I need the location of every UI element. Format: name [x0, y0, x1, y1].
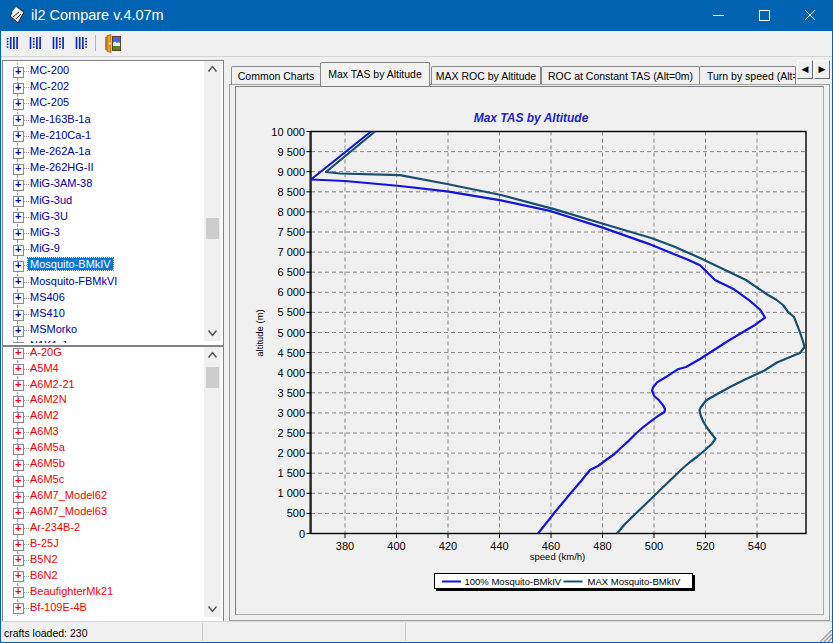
svg-text:5 000: 5 000 — [277, 327, 305, 339]
svg-text:2 000: 2 000 — [277, 447, 305, 459]
svg-text:540: 540 — [748, 540, 766, 552]
svg-text:520: 520 — [696, 540, 714, 552]
svg-text:0: 0 — [299, 528, 305, 540]
svg-text:500: 500 — [645, 540, 663, 552]
svg-text:500: 500 — [287, 507, 305, 519]
svg-text:5 500: 5 500 — [277, 306, 305, 318]
svg-text:6 000: 6 000 — [277, 286, 305, 298]
svg-text:speed (km/h): speed (km/h) — [530, 551, 585, 562]
svg-text:7 500: 7 500 — [277, 226, 305, 238]
svg-text:4 000: 4 000 — [277, 367, 305, 379]
svg-text:400: 400 — [387, 540, 405, 552]
svg-text:6 500: 6 500 — [277, 266, 305, 278]
svg-text:8 500: 8 500 — [277, 186, 305, 198]
svg-text:480: 480 — [593, 540, 611, 552]
svg-text:altitude (m): altitude (m) — [254, 309, 265, 357]
svg-text:4 500: 4 500 — [277, 347, 305, 359]
svg-text:3 500: 3 500 — [277, 387, 305, 399]
svg-text:9 000: 9 000 — [277, 166, 305, 178]
svg-text:3 000: 3 000 — [277, 407, 305, 419]
svg-text:7 000: 7 000 — [277, 246, 305, 258]
svg-text:Max TAS by Altitude: Max TAS by Altitude — [474, 111, 589, 125]
svg-text:MAX Mosquito-BMkIV: MAX Mosquito-BMkIV — [588, 576, 682, 587]
svg-text:1 000: 1 000 — [277, 487, 305, 499]
svg-text:380: 380 — [336, 540, 354, 552]
svg-text:9 500: 9 500 — [277, 146, 305, 158]
svg-text:2 500: 2 500 — [277, 427, 305, 439]
svg-text:420: 420 — [439, 540, 457, 552]
svg-text:1 500: 1 500 — [277, 467, 305, 479]
svg-text:10 000: 10 000 — [271, 126, 305, 138]
svg-text:440: 440 — [490, 540, 508, 552]
svg-text:100% Mosquito-BMkIV: 100% Mosquito-BMkIV — [465, 576, 562, 587]
svg-text:8 000: 8 000 — [277, 206, 305, 218]
